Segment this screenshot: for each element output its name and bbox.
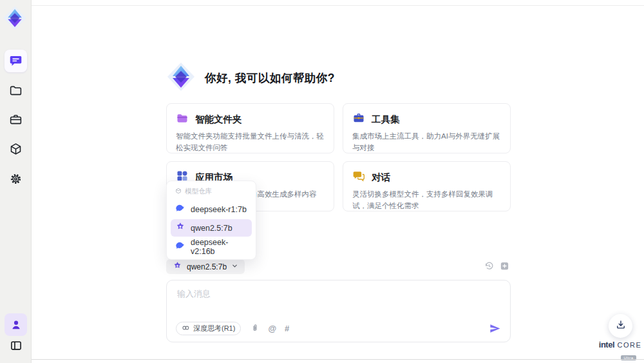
qwen-icon xyxy=(175,222,185,234)
folder-icon xyxy=(9,84,23,97)
card-description: 集成市场上主流工具，助力AI与外界无缝扩展与对接 xyxy=(352,131,501,154)
intel-core-logo: intel CORE Ultra xyxy=(598,338,643,362)
selected-model-label: qwen2.5:7b xyxy=(187,262,227,271)
dropdown-header-label: 模型仓库 xyxy=(185,187,212,196)
chat-bubble-icon xyxy=(9,54,23,68)
card-title: 对话 xyxy=(372,172,390,184)
repository-icon xyxy=(175,188,182,195)
model-option-label: deepseek-v2:16b xyxy=(191,238,247,256)
history-icon[interactable] xyxy=(484,261,494,271)
composer-toolbar: 深度思考(R1) @ # xyxy=(176,321,501,335)
sidebar-item-account[interactable] xyxy=(5,313,27,336)
sidebar-item-apps[interactable] xyxy=(5,138,27,161)
attachment-icon[interactable] xyxy=(251,324,260,333)
card-conversation[interactable]: 对话 灵活切换多模型文件，支持多样回复效果调试，满足个性化需求 xyxy=(343,161,511,211)
greeting-title: 你好, 我可以如何帮助你? xyxy=(205,70,335,86)
top-divider xyxy=(32,5,644,6)
card-description: 灵活切换多模型文件，支持多样回复效果调试，满足个性化需求 xyxy=(352,189,501,212)
deep-think-label: 深度思考(R1) xyxy=(193,324,235,333)
greeting-logo-icon xyxy=(166,62,196,94)
chat-gold-icon xyxy=(352,170,365,185)
dropdown-header: 模型仓库 xyxy=(171,185,252,199)
card-smart-folders[interactable]: 智能文件夹 智能文件夹功能支持批量文件上传与清洗，轻松实现文件问答 xyxy=(166,103,334,153)
send-button[interactable] xyxy=(489,322,501,335)
composer-icons: @ # xyxy=(251,324,289,333)
message-input[interactable] xyxy=(177,288,499,317)
model-option-qwen[interactable]: qwen2.5:7b xyxy=(171,219,252,237)
sidebar-item-settings[interactable] xyxy=(5,168,27,190)
download-button[interactable] xyxy=(609,314,632,338)
layout-panel-icon xyxy=(10,339,23,352)
deepseek-icon xyxy=(175,203,185,215)
card-description: 智能文件夹功能支持批量文件上传与清洗，轻松实现文件问答 xyxy=(176,131,325,154)
user-icon xyxy=(10,319,23,331)
chat-actions xyxy=(484,261,509,271)
download-icon xyxy=(615,319,627,333)
card-toolset[interactable]: 工具集 集成市场上主流工具，助力AI与外界无缝扩展与对接 xyxy=(343,103,511,153)
sidebar-item-panel-toggle[interactable] xyxy=(5,334,27,357)
greeting: 你好, 我可以如何帮助你? xyxy=(166,62,335,94)
deep-think-icon xyxy=(182,324,190,333)
briefcase-icon xyxy=(9,113,23,126)
core-wordmark: CORE xyxy=(617,341,641,349)
new-chat-icon[interactable] xyxy=(500,261,509,271)
model-option-deepseek-v2[interactable]: deepseek-v2:16b xyxy=(171,238,252,255)
hash-icon[interactable]: # xyxy=(285,324,289,333)
bottom-divider xyxy=(0,359,644,360)
folder-purple-icon xyxy=(176,112,189,127)
model-option-label: qwen2.5:7b xyxy=(191,224,232,233)
at-icon[interactable]: @ xyxy=(268,324,276,333)
qwen-icon xyxy=(173,261,182,273)
chevron-down-icon xyxy=(231,262,238,271)
cube-icon xyxy=(9,142,23,156)
model-option-deepseek-r1[interactable]: deepseek-r1:7b xyxy=(171,201,252,218)
card-title: 工具集 xyxy=(372,113,400,126)
app-logo-icon xyxy=(3,6,27,33)
briefcase-blue-icon xyxy=(352,112,365,127)
sidebar-item-toolbox[interactable] xyxy=(5,108,27,131)
sidebar-item-folders[interactable] xyxy=(5,79,27,102)
model-option-label: deepseek-r1:7b xyxy=(191,205,247,214)
intel-wordmark: intel xyxy=(599,340,614,349)
model-selector-button[interactable]: qwen2.5:7b xyxy=(166,259,245,274)
deepseek-icon xyxy=(175,240,185,253)
gear-icon xyxy=(9,172,23,186)
card-title: 智能文件夹 xyxy=(195,113,242,126)
app-window: 你好, 我可以如何帮助你? 智能文件夹 智能文件夹功能支持批量文件上传与清洗，轻… xyxy=(0,0,644,363)
sidebar xyxy=(0,0,32,363)
sidebar-item-chat[interactable] xyxy=(5,50,27,72)
model-dropdown: 模型仓库 deepseek-r1:7b qwen2.5:7b xyxy=(166,181,256,260)
message-composer: 深度思考(R1) @ # xyxy=(166,280,511,342)
deep-think-toggle[interactable]: 深度思考(R1) xyxy=(176,322,241,335)
